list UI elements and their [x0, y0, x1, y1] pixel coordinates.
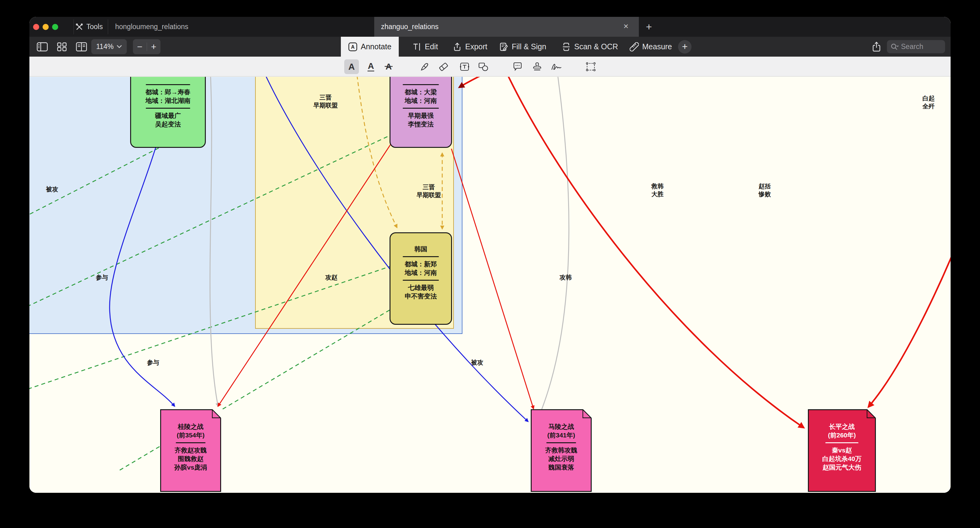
- battle-detail: 围魏救赵: [161, 455, 220, 463]
- title-bar[interactable]: Tools hongloumeng_relations zhanguo_rela…: [29, 17, 951, 37]
- tab-title: zhanguo_relations: [381, 23, 439, 31]
- battle-title: 长平之战: [809, 422, 875, 431]
- shapes-button[interactable]: [476, 59, 491, 74]
- book-icon: [76, 42, 87, 51]
- chevron-down-icon: [117, 45, 122, 48]
- divider: [73, 19, 74, 34]
- battle-detail: 齐救韩攻魏: [531, 446, 591, 455]
- selection-rectangle-button[interactable]: [584, 59, 598, 74]
- highlight-text-button[interactable]: A: [344, 59, 359, 74]
- close-tab-icon[interactable]: ×: [620, 21, 632, 32]
- strikethrough-text-button[interactable]: A: [381, 59, 396, 74]
- search-field[interactable]: [887, 40, 945, 53]
- node-wei-state: 都城：大梁 地域：河南 早期最强 李悝变法: [390, 77, 452, 148]
- mode-label: Measure: [642, 42, 672, 51]
- divider: [146, 108, 190, 109]
- new-tab-button[interactable]: +: [642, 20, 656, 34]
- mode-label: Fill & Sign: [512, 42, 546, 51]
- divider: [825, 442, 858, 443]
- tools-label: Tools: [86, 23, 103, 31]
- battle-detail: 齐救赵攻魏: [161, 446, 220, 455]
- tab-scan-and-ocr[interactable]: Scan & OCR: [554, 37, 625, 57]
- node-trait-line: 李悝变法: [390, 120, 451, 128]
- eraser-button[interactable]: [436, 59, 451, 74]
- tab-export[interactable]: Export: [445, 37, 495, 57]
- edge-label: 救韩大胜: [651, 182, 663, 198]
- node-trait-line: 七雄最弱: [390, 284, 451, 292]
- battle-title: 桂陵之战: [161, 422, 220, 431]
- shapes-icon: [478, 62, 488, 71]
- edge-label: 攻赵: [325, 273, 337, 281]
- divider: [146, 84, 190, 85]
- tab-fill-and-sign[interactable]: Fill & Sign: [492, 37, 554, 57]
- preview-window: Tools hongloumeng_relations zhanguo_rela…: [29, 17, 951, 493]
- zoom-window-button[interactable]: [52, 24, 58, 30]
- edge-label: 被攻: [46, 185, 58, 193]
- tab-hongloumeng-relations[interactable]: hongloumeng_relations: [108, 17, 373, 37]
- strikethrough-a-icon: A: [383, 61, 394, 73]
- tools-icon: [75, 23, 83, 31]
- tab-zhanguo-relations[interactable]: zhanguo_relations ×: [374, 17, 639, 37]
- node-info-line: 地域：河南: [390, 97, 451, 105]
- search-input[interactable]: [901, 43, 935, 51]
- tab-annotate[interactable]: A Annotate: [341, 37, 399, 57]
- zoom-level-value: 114%: [96, 43, 114, 51]
- zoom-out-button[interactable]: −: [133, 40, 147, 54]
- speech-bubble-icon: [513, 62, 522, 71]
- divider: [546, 442, 576, 443]
- pen-icon: [420, 62, 430, 71]
- edge-label: 攻韩: [560, 273, 572, 281]
- node-info-line: 都城：郢→寿春: [131, 88, 205, 97]
- search-icon: [891, 43, 899, 51]
- underline-text-button[interactable]: A: [364, 59, 378, 74]
- thumbnails-view-button[interactable]: [53, 39, 70, 54]
- text-box-icon: [460, 62, 470, 71]
- add-tool-tab-button[interactable]: +: [678, 40, 692, 54]
- mode-label: Scan & OCR: [574, 42, 618, 51]
- sketch-pen-button[interactable]: [417, 59, 432, 74]
- minimize-window-button[interactable]: [43, 24, 49, 30]
- folded-corner: [212, 409, 221, 419]
- svg-text:A: A: [368, 61, 374, 71]
- selection-icon: [585, 62, 596, 71]
- edge-label: 参与: [147, 358, 159, 366]
- mode-label: Export: [465, 42, 487, 51]
- node-trait-line: 吴起变法: [131, 120, 205, 128]
- two-page-view-button[interactable]: [73, 39, 90, 54]
- tools-menu-button[interactable]: Tools: [75, 17, 103, 37]
- battle-note-maling: 马陵之战 (前341年) 齐救韩攻魏 减灶示弱 魏国衰落: [531, 409, 592, 492]
- battle-note-changping: 长平之战 (前260年) 秦vs赵 白起坑杀40万 赵国元气大伤: [808, 409, 876, 492]
- document-canvas[interactable]: 都城：郢→寿春 地域：湖北湖南 疆域最广 吴起变法 都城：大梁 地域：河南 早期…: [29, 77, 951, 493]
- mode-label: Annotate: [361, 42, 391, 51]
- share-button[interactable]: [868, 39, 885, 54]
- clipped-title-area: [390, 77, 451, 81]
- text-box-button[interactable]: [457, 59, 472, 74]
- battle-detail: 白起坑杀40万: [809, 455, 875, 463]
- zoom-in-button[interactable]: +: [147, 40, 161, 54]
- underline-a-icon: A: [366, 61, 376, 73]
- tab-edit[interactable]: Edit: [405, 37, 445, 57]
- main-toolbar: 114% − + A Annotate Edit Export Fill & S…: [29, 37, 951, 57]
- stamp-icon: [532, 62, 542, 71]
- battle-year: (前341年): [531, 431, 591, 439]
- divider: [108, 19, 108, 34]
- close-window-button[interactable]: [33, 24, 39, 30]
- folded-corner: [582, 409, 592, 419]
- stamp-button[interactable]: [530, 59, 544, 74]
- divider: [176, 442, 205, 443]
- tab-measure[interactable]: Measure: [622, 37, 679, 57]
- scan-ocr-icon: [562, 42, 571, 51]
- signature-button[interactable]: [549, 59, 564, 74]
- battle-year: (前354年): [161, 431, 220, 439]
- node-info-line: 地域：湖北湖南: [131, 97, 205, 105]
- sidebar-toggle-button[interactable]: [34, 39, 51, 54]
- battle-detail: 赵国元气大伤: [809, 463, 875, 472]
- node-title: 韩国: [390, 245, 451, 254]
- zoom-level-dropdown[interactable]: 114%: [91, 39, 127, 54]
- export-icon: [453, 42, 462, 51]
- battle-note-guiling: 桂陵之战 (前354年) 齐救赵攻魏 围魏救赵 孙膑vs庞涓: [160, 409, 221, 492]
- note-comment-button[interactable]: [510, 59, 525, 74]
- zoom-buttons-group: − +: [133, 39, 161, 54]
- battle-title: 马陵之战: [531, 422, 591, 431]
- node-han-state: 韩国 都城：新郑 地域：河南 七雄最弱 申不害变法: [390, 232, 452, 325]
